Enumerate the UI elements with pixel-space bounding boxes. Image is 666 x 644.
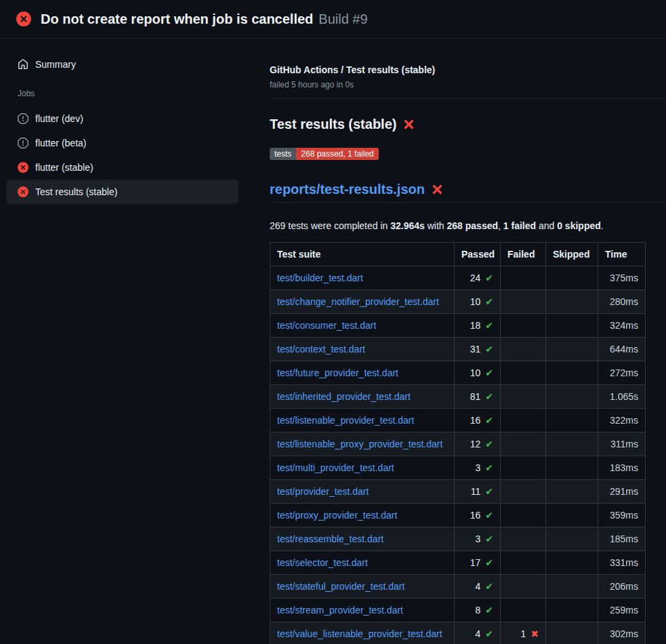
breadcrumb: GitHub Actions / Test results (stable) — [270, 63, 666, 77]
suite-link[interactable]: test/change_notifier_provider_test.dart — [277, 296, 439, 307]
passed-cell: 10 ✔ — [455, 361, 501, 385]
table-row: test/listenable_proxy_provider_test.dart… — [270, 432, 646, 456]
suite-link[interactable]: test/stream_provider_test.dart — [277, 605, 403, 616]
passed-cell: 24 ✔ — [455, 266, 501, 290]
sidebar-item-flutter-stable[interactable]: flutter (stable) — [7, 155, 238, 180]
table-row: test/inherited_provider_test.dart81 ✔1.0… — [270, 385, 646, 409]
suite-link[interactable]: test/inherited_provider_test.dart — [277, 391, 411, 402]
skipped-cell — [546, 409, 598, 432]
table-row: test/reassemble_test.dart3 ✔185ms — [270, 527, 646, 551]
sidebar-item-flutter-dev[interactable]: flutter (dev) — [7, 106, 238, 131]
main-panel: GitHub Actions / Test results (stable) f… — [251, 39, 666, 644]
passed-cell: 12 ✔ — [455, 432, 501, 456]
check-icon: ✔ — [485, 296, 493, 307]
check-icon: ✔ — [485, 462, 493, 473]
table-row: test/builder_test.dart24 ✔375ms — [270, 266, 646, 290]
skipped-cell — [546, 480, 598, 504]
failed-cell — [501, 575, 546, 599]
table-row: test/change_notifier_provider_test.dart1… — [270, 290, 646, 314]
time-cell: 644ms — [598, 338, 646, 361]
failed-cell — [501, 599, 546, 622]
suite-link[interactable]: test/builder_test.dart — [277, 273, 363, 283]
suite-cell: test/builder_test.dart — [270, 266, 455, 290]
cancelled-icon — [18, 138, 28, 148]
suite-link[interactable]: test/provider_test.dart — [277, 486, 369, 497]
suite-link[interactable]: test/context_test.dart — [277, 344, 365, 355]
report-link[interactable]: reports/test-results.json — [270, 180, 425, 198]
failed-cell — [501, 361, 546, 385]
check-icon: ✔ — [485, 605, 493, 616]
passed-cell: 81 ✔ — [455, 385, 501, 409]
suite-cell: test/reassemble_test.dart — [270, 527, 455, 551]
summary-text: with — [425, 220, 447, 231]
suite-cell: test/stateful_provider_test.dart — [270, 575, 455, 599]
suite-cell: test/value_listenable_provider_test.dart — [270, 622, 455, 644]
table-row: test/proxy_provider_test.dart16 ✔359ms — [270, 504, 646, 527]
summary-text: . — [601, 220, 604, 231]
cross-mark-icon — [432, 184, 443, 195]
tests-badge: tests 268 passed, 1 failed — [270, 148, 379, 160]
suite-cell: test/inherited_provider_test.dart — [270, 385, 455, 409]
sidebar-item-label: Summary — [35, 59, 76, 70]
suite-link[interactable]: test/stateful_provider_test.dart — [277, 581, 404, 592]
results-table-body: test/builder_test.dart24 ✔375mstest/chan… — [270, 266, 646, 644]
table-row: test/context_test.dart31 ✔644ms — [270, 338, 646, 361]
suite-link[interactable]: test/listenable_proxy_provider_test.dart — [277, 439, 442, 449]
summary-number: 0 skipped — [557, 220, 601, 231]
time-cell: 331ms — [598, 551, 646, 575]
summary-text: 269 tests were completed in — [270, 220, 390, 231]
passed-cell: 31 ✔ — [455, 338, 501, 361]
badge-value: 268 passed, 1 failed — [296, 148, 378, 160]
suite-link[interactable]: test/future_provider_test.dart — [277, 367, 398, 378]
skipped-cell — [546, 599, 598, 622]
summary-text: and — [536, 220, 557, 231]
summary-number: 32.964s — [390, 220, 425, 231]
table-row: test/listenable_provider_test.dart16 ✔32… — [270, 409, 646, 432]
suite-link[interactable]: test/proxy_provider_test.dart — [277, 510, 397, 521]
run-meta: failed 5 hours ago in 0s — [270, 79, 666, 90]
skipped-cell — [546, 361, 598, 385]
results-table: Test suite Passed Failed Skipped Time te… — [270, 242, 646, 644]
check-icon: ✔ — [485, 273, 493, 283]
check-icon: ✔ — [485, 486, 493, 497]
suite-cell: test/listenable_proxy_provider_test.dart — [270, 432, 455, 456]
sidebar-item-flutter-beta[interactable]: flutter (beta) — [7, 131, 238, 155]
suite-cell: test/listenable_provider_test.dart — [270, 409, 455, 432]
cross-mark-icon — [403, 119, 415, 130]
col-header-skipped: Skipped — [546, 243, 598, 266]
time-cell: 322ms — [598, 409, 646, 432]
table-row: test/selector_test.dart17 ✔331ms — [270, 551, 646, 575]
report-title: reports/test-results.json — [270, 180, 666, 203]
suite-link[interactable]: test/multi_provider_test.dart — [277, 462, 394, 473]
passed-cell: 16 ✔ — [455, 409, 501, 432]
skipped-cell — [546, 338, 598, 361]
suite-cell: test/proxy_provider_test.dart — [270, 504, 455, 527]
failed-cell: 1 ✖ — [501, 622, 546, 644]
time-cell: 183ms — [598, 456, 646, 480]
table-header-row: Test suite Passed Failed Skipped Time — [270, 243, 646, 266]
time-cell: 272ms — [598, 361, 646, 385]
suite-link[interactable]: test/value_listenable_provider_test.dart — [277, 628, 442, 639]
suite-link[interactable]: test/selector_test.dart — [277, 557, 368, 568]
sidebar-item-summary[interactable]: Summary — [7, 52, 238, 77]
home-icon — [18, 59, 28, 70]
failed-status-icon — [16, 12, 31, 26]
suite-link[interactable]: test/consumer_test.dart — [277, 320, 376, 331]
table-row: test/provider_test.dart11 ✔291ms — [270, 480, 646, 504]
suite-link[interactable]: test/reassemble_test.dart — [277, 534, 383, 544]
passed-cell: 3 ✔ — [455, 527, 501, 551]
check-icon: ✔ — [485, 415, 493, 426]
time-cell: 291ms — [598, 480, 646, 504]
suite-cell: test/selector_test.dart — [270, 551, 455, 575]
check-icon: ✔ — [485, 581, 493, 592]
failed-cell — [501, 266, 546, 290]
suite-link[interactable]: test/listenable_provider_test.dart — [277, 415, 414, 426]
sidebar-item-test-results-stable[interactable]: Test results (stable) — [7, 180, 238, 204]
section-title: Test results (stable) — [270, 115, 666, 133]
failed-cell — [501, 456, 546, 480]
failed-cell — [501, 290, 546, 314]
passed-cell: 11 ✔ — [455, 480, 501, 504]
table-row: test/consumer_test.dart18 ✔324ms — [270, 314, 646, 338]
table-row: test/multi_provider_test.dart3 ✔183ms — [270, 456, 646, 480]
failed-cell — [501, 314, 546, 338]
